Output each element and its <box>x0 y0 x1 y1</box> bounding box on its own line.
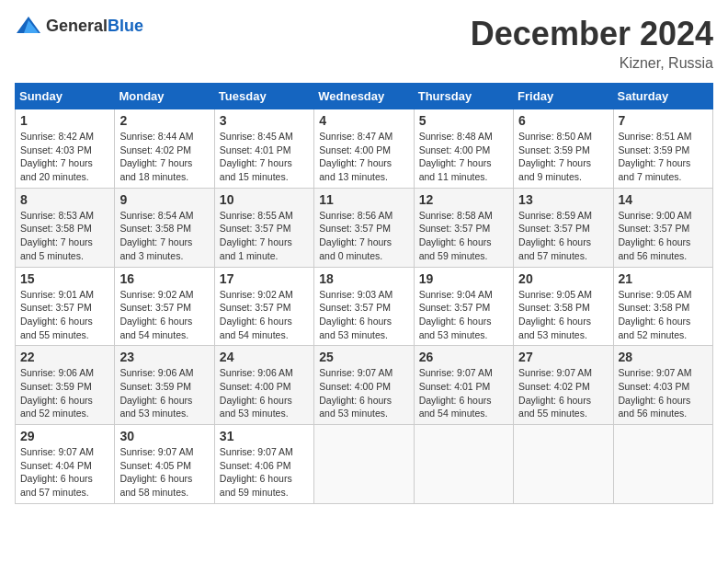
day-number: 23 <box>119 350 209 364</box>
day-number: 6 <box>518 113 608 128</box>
day-info: Sunrise: 9:06 AMSunset: 3:59 PMDaylight:… <box>119 366 209 420</box>
day-info: Sunrise: 8:48 AMSunset: 4:00 PMDaylight:… <box>419 130 508 184</box>
calendar-week-row: 1Sunrise: 8:42 AMSunset: 4:03 PMDaylight… <box>16 109 713 189</box>
month-title: December 2024 <box>471 15 713 53</box>
weekday-header-monday: Monday <box>115 84 214 109</box>
day-info: Sunrise: 8:47 AMSunset: 4:00 PMDaylight:… <box>319 130 408 184</box>
calendar-cell: 18Sunrise: 9:03 AMSunset: 3:57 PMDayligh… <box>314 267 414 346</box>
calendar-cell: 26Sunrise: 9:07 AMSunset: 4:01 PMDayligh… <box>414 346 513 425</box>
day-info: Sunrise: 8:59 AMSunset: 3:57 PMDaylight:… <box>518 209 608 263</box>
calendar-week-row: 15Sunrise: 9:01 AMSunset: 3:57 PMDayligh… <box>16 267 713 346</box>
day-info: Sunrise: 9:01 AMSunset: 3:57 PMDaylight:… <box>20 288 109 342</box>
day-info: Sunrise: 8:50 AMSunset: 3:59 PMDaylight:… <box>518 130 608 184</box>
weekday-header-sunday: Sunday <box>16 84 115 109</box>
calendar-cell: 17Sunrise: 9:02 AMSunset: 3:57 PMDayligh… <box>214 267 313 346</box>
day-number: 28 <box>619 350 708 364</box>
calendar-body: 1Sunrise: 8:42 AMSunset: 4:03 PMDaylight… <box>16 109 713 504</box>
calendar-cell: 6Sunrise: 8:50 AMSunset: 3:59 PMDaylight… <box>514 109 613 189</box>
day-number: 20 <box>518 271 608 286</box>
weekday-header-saturday: Saturday <box>613 84 712 109</box>
calendar-cell <box>613 425 712 504</box>
calendar-cell: 31Sunrise: 9:07 AMSunset: 4:06 PMDayligh… <box>214 425 313 504</box>
day-number: 31 <box>220 429 309 443</box>
day-info: Sunrise: 9:07 AMSunset: 4:04 PMDaylight:… <box>20 445 109 500</box>
day-number: 21 <box>619 271 708 286</box>
calendar-cell: 9Sunrise: 8:54 AMSunset: 3:58 PMDaylight… <box>115 188 214 267</box>
day-info: Sunrise: 9:04 AMSunset: 3:57 PMDaylight:… <box>419 288 508 342</box>
calendar-cell: 20Sunrise: 9:05 AMSunset: 3:58 PMDayligh… <box>514 267 613 346</box>
calendar-cell: 29Sunrise: 9:07 AMSunset: 4:04 PMDayligh… <box>16 425 115 504</box>
calendar-cell: 22Sunrise: 9:06 AMSunset: 3:59 PMDayligh… <box>16 346 115 425</box>
calendar-week-row: 29Sunrise: 9:07 AMSunset: 4:04 PMDayligh… <box>16 425 713 504</box>
calendar-cell: 4Sunrise: 8:47 AMSunset: 4:00 PMDaylight… <box>314 109 414 189</box>
calendar-week-row: 22Sunrise: 9:06 AMSunset: 3:59 PMDayligh… <box>16 346 713 425</box>
calendar-cell: 15Sunrise: 9:01 AMSunset: 3:57 PMDayligh… <box>16 267 115 346</box>
calendar-cell: 3Sunrise: 8:45 AMSunset: 4:01 PMDaylight… <box>214 109 313 189</box>
day-number: 5 <box>419 113 508 128</box>
day-info: Sunrise: 9:05 AMSunset: 3:58 PMDaylight:… <box>619 288 708 342</box>
day-number: 22 <box>20 350 109 364</box>
calendar-week-row: 8Sunrise: 8:53 AMSunset: 3:58 PMDaylight… <box>16 188 713 267</box>
day-number: 16 <box>119 271 209 286</box>
day-number: 12 <box>419 192 508 207</box>
day-info: Sunrise: 8:44 AMSunset: 4:02 PMDaylight:… <box>119 130 209 184</box>
day-info: Sunrise: 9:07 AMSunset: 4:02 PMDaylight:… <box>518 366 608 420</box>
calendar-cell: 25Sunrise: 9:07 AMSunset: 4:00 PMDayligh… <box>314 346 414 425</box>
day-number: 26 <box>419 350 508 364</box>
day-number: 19 <box>419 271 508 286</box>
calendar-cell <box>414 425 513 504</box>
calendar-cell: 1Sunrise: 8:42 AMSunset: 4:03 PMDaylight… <box>16 109 115 189</box>
day-info: Sunrise: 9:07 AMSunset: 4:03 PMDaylight:… <box>619 366 708 420</box>
calendar-cell <box>514 425 613 504</box>
logo-icon <box>15 15 42 37</box>
day-number: 8 <box>20 192 109 207</box>
day-number: 2 <box>119 113 209 128</box>
day-info: Sunrise: 9:03 AMSunset: 3:57 PMDaylight:… <box>319 288 408 342</box>
calendar-cell: 12Sunrise: 8:58 AMSunset: 3:57 PMDayligh… <box>414 188 513 267</box>
calendar-cell: 8Sunrise: 8:53 AMSunset: 3:58 PMDaylight… <box>16 188 115 267</box>
day-info: Sunrise: 9:07 AMSunset: 4:01 PMDaylight:… <box>419 366 508 420</box>
day-info: Sunrise: 8:55 AMSunset: 3:57 PMDaylight:… <box>220 209 309 263</box>
weekday-header-thursday: Thursday <box>414 84 513 109</box>
day-info: Sunrise: 8:53 AMSunset: 3:58 PMDaylight:… <box>20 209 109 263</box>
day-info: Sunrise: 8:58 AMSunset: 3:57 PMDaylight:… <box>419 209 508 263</box>
calendar-cell: 14Sunrise: 9:00 AMSunset: 3:57 PMDayligh… <box>613 188 712 267</box>
day-number: 9 <box>119 192 209 207</box>
day-info: Sunrise: 9:05 AMSunset: 3:58 PMDaylight:… <box>518 288 608 342</box>
logo-general-text: General <box>46 17 108 35</box>
header: GeneralBlue December 2024 Kizner, Russia <box>15 15 713 72</box>
day-info: Sunrise: 9:07 AMSunset: 4:05 PMDaylight:… <box>119 445 209 500</box>
day-info: Sunrise: 9:07 AMSunset: 4:06 PMDaylight:… <box>220 445 309 500</box>
calendar-cell: 19Sunrise: 9:04 AMSunset: 3:57 PMDayligh… <box>414 267 513 346</box>
day-number: 3 <box>220 113 309 128</box>
calendar-cell: 11Sunrise: 8:56 AMSunset: 3:57 PMDayligh… <box>314 188 414 267</box>
day-info: Sunrise: 9:02 AMSunset: 3:57 PMDaylight:… <box>119 288 209 342</box>
calendar-cell: 10Sunrise: 8:55 AMSunset: 3:57 PMDayligh… <box>214 188 313 267</box>
title-area: December 2024 Kizner, Russia <box>471 15 713 72</box>
day-number: 7 <box>619 113 708 128</box>
day-info: Sunrise: 8:51 AMSunset: 3:59 PMDaylight:… <box>619 130 708 184</box>
day-number: 13 <box>518 192 608 207</box>
day-info: Sunrise: 9:02 AMSunset: 3:57 PMDaylight:… <box>220 288 309 342</box>
calendar-cell: 23Sunrise: 9:06 AMSunset: 3:59 PMDayligh… <box>115 346 214 425</box>
day-number: 4 <box>319 113 408 128</box>
day-number: 17 <box>220 271 309 286</box>
day-number: 29 <box>20 429 109 443</box>
day-number: 18 <box>319 271 408 286</box>
day-number: 27 <box>518 350 608 364</box>
logo: GeneralBlue <box>15 15 143 37</box>
calendar: SundayMondayTuesdayWednesdayThursdayFrid… <box>15 83 713 504</box>
weekday-header-row: SundayMondayTuesdayWednesdayThursdayFrid… <box>16 84 713 109</box>
calendar-cell: 7Sunrise: 8:51 AMSunset: 3:59 PMDaylight… <box>613 109 712 189</box>
calendar-cell: 27Sunrise: 9:07 AMSunset: 4:02 PMDayligh… <box>514 346 613 425</box>
day-number: 14 <box>619 192 708 207</box>
calendar-cell: 2Sunrise: 8:44 AMSunset: 4:02 PMDaylight… <box>115 109 214 189</box>
day-number: 24 <box>220 350 309 364</box>
weekday-header-wednesday: Wednesday <box>314 84 414 109</box>
day-info: Sunrise: 9:07 AMSunset: 4:00 PMDaylight:… <box>319 366 408 420</box>
calendar-cell: 16Sunrise: 9:02 AMSunset: 3:57 PMDayligh… <box>115 267 214 346</box>
day-info: Sunrise: 8:42 AMSunset: 4:03 PMDaylight:… <box>20 130 109 184</box>
day-number: 25 <box>319 350 408 364</box>
weekday-header-tuesday: Tuesday <box>214 84 313 109</box>
calendar-cell: 5Sunrise: 8:48 AMSunset: 4:00 PMDaylight… <box>414 109 513 189</box>
